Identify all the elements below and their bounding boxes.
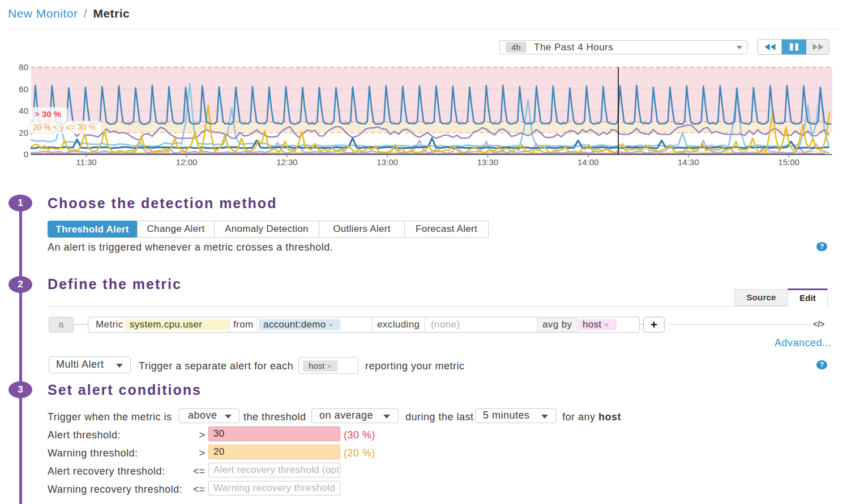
svg-text:12:30: 12:30 (276, 157, 298, 167)
svg-text:60: 60 (19, 84, 28, 94)
svg-text:14:00: 14:00 (578, 157, 599, 167)
svg-text:20 % < y <= 30 %: 20 % < y <= 30 % (33, 123, 96, 132)
svg-text:80: 80 (19, 62, 28, 72)
svg-text:11:30: 11:30 (76, 157, 96, 167)
svg-text:40: 40 (19, 106, 28, 115)
svg-text:14:30: 14:30 (678, 157, 699, 167)
svg-text:13:30: 13:30 (477, 157, 499, 167)
svg-text:15:00: 15:00 (778, 157, 799, 167)
svg-text:12:00: 12:00 (176, 157, 198, 167)
svg-text:0: 0 (24, 149, 28, 159)
svg-text:> 30 %: > 30 % (35, 109, 61, 119)
svg-text:13:00: 13:00 (377, 157, 398, 167)
svg-text:20: 20 (19, 128, 28, 137)
